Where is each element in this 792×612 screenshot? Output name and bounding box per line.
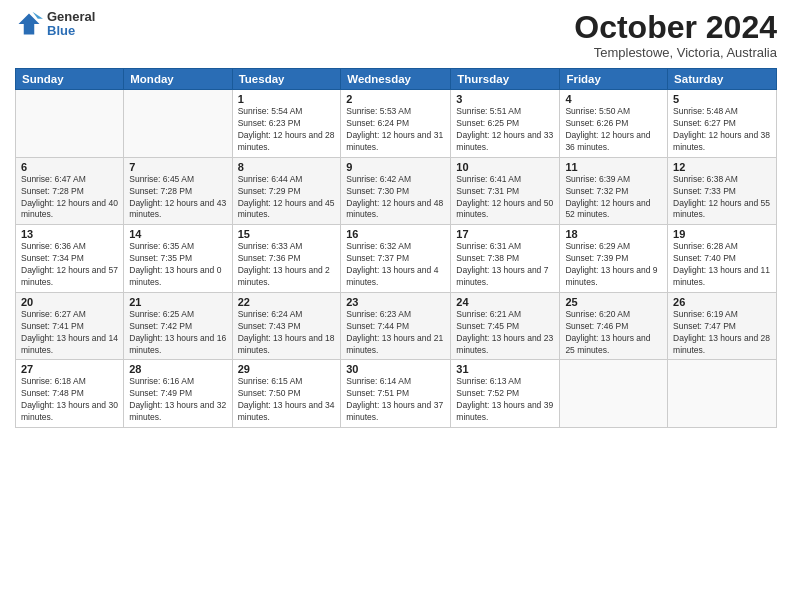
day-info: Sunrise: 6:36 AM Sunset: 7:34 PM Dayligh… (21, 241, 118, 289)
day-number: 11 (565, 161, 662, 173)
day-number: 5 (673, 93, 771, 105)
day-info: Sunrise: 6:21 AM Sunset: 7:45 PM Dayligh… (456, 309, 554, 357)
calendar-header-row: Sunday Monday Tuesday Wednesday Thursday… (16, 69, 777, 90)
calendar-cell: 7Sunrise: 6:45 AM Sunset: 7:28 PM Daylig… (124, 157, 232, 225)
day-number: 19 (673, 228, 771, 240)
calendar-cell: 15Sunrise: 6:33 AM Sunset: 7:36 PM Dayli… (232, 225, 341, 293)
day-number: 16 (346, 228, 445, 240)
col-thursday: Thursday (451, 69, 560, 90)
day-number: 3 (456, 93, 554, 105)
calendar-table: Sunday Monday Tuesday Wednesday Thursday… (15, 68, 777, 428)
day-info: Sunrise: 6:35 AM Sunset: 7:35 PM Dayligh… (129, 241, 226, 289)
day-info: Sunrise: 6:16 AM Sunset: 7:49 PM Dayligh… (129, 376, 226, 424)
calendar-cell: 9Sunrise: 6:42 AM Sunset: 7:30 PM Daylig… (341, 157, 451, 225)
col-tuesday: Tuesday (232, 69, 341, 90)
day-info: Sunrise: 6:15 AM Sunset: 7:50 PM Dayligh… (238, 376, 336, 424)
calendar-cell: 20Sunrise: 6:27 AM Sunset: 7:41 PM Dayli… (16, 292, 124, 360)
calendar-cell: 11Sunrise: 6:39 AM Sunset: 7:32 PM Dayli… (560, 157, 668, 225)
calendar-cell: 23Sunrise: 6:23 AM Sunset: 7:44 PM Dayli… (341, 292, 451, 360)
page-header: General Blue October 2024 Templestowe, V… (15, 10, 777, 60)
day-info: Sunrise: 6:20 AM Sunset: 7:46 PM Dayligh… (565, 309, 662, 357)
day-number: 31 (456, 363, 554, 375)
day-number: 29 (238, 363, 336, 375)
month-title: October 2024 (574, 10, 777, 45)
calendar-cell: 19Sunrise: 6:28 AM Sunset: 7:40 PM Dayli… (668, 225, 777, 293)
day-info: Sunrise: 6:28 AM Sunset: 7:40 PM Dayligh… (673, 241, 771, 289)
calendar-cell (668, 360, 777, 428)
calendar-cell: 16Sunrise: 6:32 AM Sunset: 7:37 PM Dayli… (341, 225, 451, 293)
day-info: Sunrise: 5:53 AM Sunset: 6:24 PM Dayligh… (346, 106, 445, 154)
day-number: 13 (21, 228, 118, 240)
calendar-cell (16, 90, 124, 158)
day-number: 20 (21, 296, 118, 308)
day-number: 30 (346, 363, 445, 375)
logo: General Blue (15, 10, 95, 39)
day-info: Sunrise: 6:24 AM Sunset: 7:43 PM Dayligh… (238, 309, 336, 357)
day-number: 10 (456, 161, 554, 173)
day-info: Sunrise: 6:14 AM Sunset: 7:51 PM Dayligh… (346, 376, 445, 424)
day-info: Sunrise: 6:31 AM Sunset: 7:38 PM Dayligh… (456, 241, 554, 289)
calendar-cell: 24Sunrise: 6:21 AM Sunset: 7:45 PM Dayli… (451, 292, 560, 360)
day-info: Sunrise: 6:33 AM Sunset: 7:36 PM Dayligh… (238, 241, 336, 289)
day-number: 27 (21, 363, 118, 375)
day-number: 24 (456, 296, 554, 308)
logo-blue: Blue (47, 24, 95, 38)
calendar-cell: 8Sunrise: 6:44 AM Sunset: 7:29 PM Daylig… (232, 157, 341, 225)
day-info: Sunrise: 6:18 AM Sunset: 7:48 PM Dayligh… (21, 376, 118, 424)
day-number: 14 (129, 228, 226, 240)
day-info: Sunrise: 5:50 AM Sunset: 6:26 PM Dayligh… (565, 106, 662, 154)
day-info: Sunrise: 6:29 AM Sunset: 7:39 PM Dayligh… (565, 241, 662, 289)
title-section: October 2024 Templestowe, Victoria, Aust… (574, 10, 777, 60)
calendar-cell: 13Sunrise: 6:36 AM Sunset: 7:34 PM Dayli… (16, 225, 124, 293)
calendar-week-1: 1Sunrise: 5:54 AM Sunset: 6:23 PM Daylig… (16, 90, 777, 158)
calendar-cell: 14Sunrise: 6:35 AM Sunset: 7:35 PM Dayli… (124, 225, 232, 293)
day-number: 18 (565, 228, 662, 240)
calendar-cell: 22Sunrise: 6:24 AM Sunset: 7:43 PM Dayli… (232, 292, 341, 360)
calendar-cell: 17Sunrise: 6:31 AM Sunset: 7:38 PM Dayli… (451, 225, 560, 293)
day-number: 2 (346, 93, 445, 105)
calendar-cell: 10Sunrise: 6:41 AM Sunset: 7:31 PM Dayli… (451, 157, 560, 225)
calendar-cell: 27Sunrise: 6:18 AM Sunset: 7:48 PM Dayli… (16, 360, 124, 428)
calendar-week-3: 13Sunrise: 6:36 AM Sunset: 7:34 PM Dayli… (16, 225, 777, 293)
calendar-week-4: 20Sunrise: 6:27 AM Sunset: 7:41 PM Dayli… (16, 292, 777, 360)
day-number: 23 (346, 296, 445, 308)
calendar-cell: 18Sunrise: 6:29 AM Sunset: 7:39 PM Dayli… (560, 225, 668, 293)
calendar-cell: 12Sunrise: 6:38 AM Sunset: 7:33 PM Dayli… (668, 157, 777, 225)
col-friday: Friday (560, 69, 668, 90)
logo-icon (15, 10, 43, 38)
day-number: 7 (129, 161, 226, 173)
day-number: 26 (673, 296, 771, 308)
day-info: Sunrise: 6:41 AM Sunset: 7:31 PM Dayligh… (456, 174, 554, 222)
day-info: Sunrise: 6:32 AM Sunset: 7:37 PM Dayligh… (346, 241, 445, 289)
day-number: 1 (238, 93, 336, 105)
calendar-cell: 4Sunrise: 5:50 AM Sunset: 6:26 PM Daylig… (560, 90, 668, 158)
day-info: Sunrise: 6:38 AM Sunset: 7:33 PM Dayligh… (673, 174, 771, 222)
calendar-cell: 30Sunrise: 6:14 AM Sunset: 7:51 PM Dayli… (341, 360, 451, 428)
day-number: 9 (346, 161, 445, 173)
day-number: 8 (238, 161, 336, 173)
calendar-cell: 3Sunrise: 5:51 AM Sunset: 6:25 PM Daylig… (451, 90, 560, 158)
day-number: 4 (565, 93, 662, 105)
day-number: 12 (673, 161, 771, 173)
calendar-cell (124, 90, 232, 158)
day-info: Sunrise: 6:47 AM Sunset: 7:28 PM Dayligh… (21, 174, 118, 222)
day-info: Sunrise: 6:39 AM Sunset: 7:32 PM Dayligh… (565, 174, 662, 222)
col-sunday: Sunday (16, 69, 124, 90)
calendar-week-5: 27Sunrise: 6:18 AM Sunset: 7:48 PM Dayli… (16, 360, 777, 428)
day-info: Sunrise: 6:45 AM Sunset: 7:28 PM Dayligh… (129, 174, 226, 222)
day-info: Sunrise: 6:25 AM Sunset: 7:42 PM Dayligh… (129, 309, 226, 357)
day-info: Sunrise: 6:44 AM Sunset: 7:29 PM Dayligh… (238, 174, 336, 222)
logo-general: General (47, 10, 95, 24)
calendar-week-2: 6Sunrise: 6:47 AM Sunset: 7:28 PM Daylig… (16, 157, 777, 225)
calendar-cell: 25Sunrise: 6:20 AM Sunset: 7:46 PM Dayli… (560, 292, 668, 360)
logo-text: General Blue (47, 10, 95, 39)
day-number: 25 (565, 296, 662, 308)
calendar-cell: 1Sunrise: 5:54 AM Sunset: 6:23 PM Daylig… (232, 90, 341, 158)
day-number: 28 (129, 363, 226, 375)
day-info: Sunrise: 6:23 AM Sunset: 7:44 PM Dayligh… (346, 309, 445, 357)
day-info: Sunrise: 5:54 AM Sunset: 6:23 PM Dayligh… (238, 106, 336, 154)
day-number: 17 (456, 228, 554, 240)
calendar-cell (560, 360, 668, 428)
calendar-cell: 28Sunrise: 6:16 AM Sunset: 7:49 PM Dayli… (124, 360, 232, 428)
calendar-cell: 29Sunrise: 6:15 AM Sunset: 7:50 PM Dayli… (232, 360, 341, 428)
